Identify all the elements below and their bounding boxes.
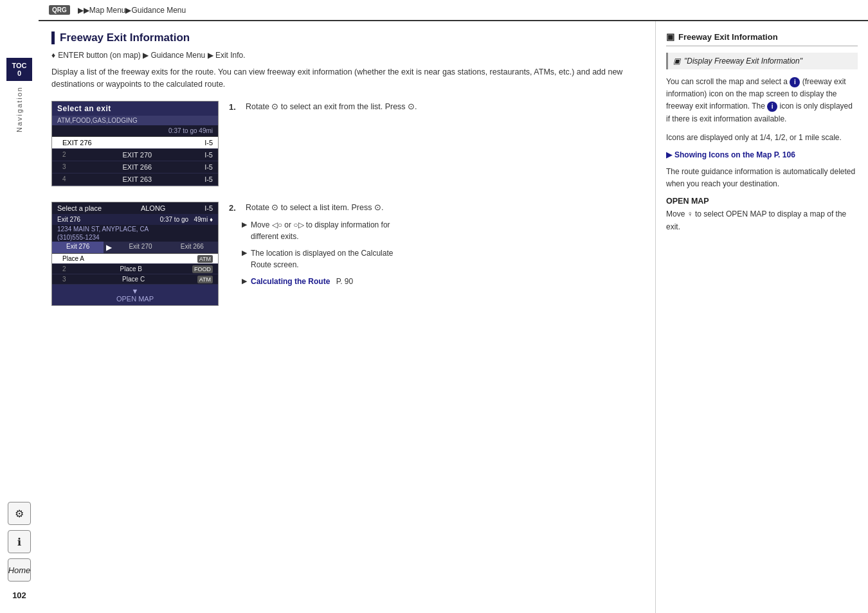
row2-exit: EXIT 270 (123, 151, 152, 159)
substep-1-text: Move ◁○ or ○▷ to display information for… (251, 219, 409, 242)
nav-label: Navigation (15, 81, 23, 138)
step-1: 1. Rotate ⊙ to select an exit from the l… (229, 101, 417, 114)
icon-info[interactable]: ℹ (8, 530, 31, 553)
place-a: Place A (62, 255, 84, 262)
right-subsection-icon: ▣ (673, 57, 680, 66)
right-para-1: You can scroll the map and select a i (f… (666, 76, 858, 125)
toc-badge: TOC 0 (6, 58, 32, 81)
substep-2-text: The location is displayed on the Calcula… (251, 247, 409, 271)
screen2-exit-row: Exit 276 0:37 to go 49mi ♦ (52, 214, 218, 225)
row4-road: I-5 (204, 175, 213, 183)
tab-arrow: ▶ (104, 242, 114, 253)
sidebar-icons: ⚙ ℹ Home 102 (8, 502, 31, 613)
icon-home[interactable]: Home (8, 558, 31, 582)
substep-3-page: P. 90 (334, 276, 353, 287)
left-column: Freeway Exit Information ♦ ENTER button … (39, 21, 656, 613)
tab-exit-276[interactable]: Exit 276 (52, 242, 104, 253)
right-section-header: ▣ Freeway Exit Information (666, 31, 858, 46)
step-2: 2. Rotate ⊙ to select a list item. Press… (229, 202, 409, 215)
screen2-header-along: ALONG (141, 204, 166, 212)
screen2-footer: ▼ OPEN MAP (52, 285, 218, 305)
section-title-text: Freeway Exit Information (60, 31, 190, 44)
tab-exit-266[interactable]: Exit 266 (167, 242, 218, 253)
row4-num: 4 (62, 175, 66, 182)
row2-num-s2: 2 (62, 265, 66, 272)
breadcrumb-bar: QRG ▶▶Map Menu▶Guidance Menu (39, 0, 868, 21)
screen1-row-2: 2 EXIT 270 I-5 (52, 149, 218, 161)
screen2-mockup: Select a place ALONG I-5 Exit 276 0:37 t… (51, 202, 219, 306)
row4-exit: EXIT 263 (123, 175, 152, 183)
right-para-2: Icons are displayed only at 1/4, 1/2, or… (666, 132, 858, 144)
screen1-header: Select an exit (52, 102, 218, 116)
right-subsection-text: "Display Freeway Exit Information" (684, 57, 802, 66)
place-a-type: ATM (197, 255, 213, 262)
left-sidebar: TOC 0 Navigation ⚙ ℹ Home 102 (0, 0, 39, 613)
step-1-block: 1. Rotate ⊙ to select an exit from the l… (229, 101, 417, 194)
info-icon-1: i (790, 77, 800, 87)
tab-exit-270[interactable]: Exit 270 (114, 242, 166, 253)
right-subsection: ▣ "Display Freeway Exit Information" (666, 53, 858, 69)
content-row-1: Select an exit ATM,FOOD,GAS,LODGING 0:37… (51, 101, 642, 194)
screen1-row-1: EXIT 276 I-5 (52, 137, 218, 149)
screen2-address: 1234 MAIN ST, ANYPLACE, CA (52, 225, 218, 233)
right-column: ▣ Freeway Exit Information ▣ "Display Fr… (656, 21, 868, 613)
screen2-row-2: 2 Place B FOOD (52, 264, 218, 274)
calculating-route-link[interactable]: Calculating the Route (251, 276, 330, 287)
step-1-text: Rotate ⊙ to select an exit from the list… (246, 101, 417, 113)
step-1-num: 1. (229, 101, 242, 114)
right-section-title: Freeway Exit Information (678, 32, 778, 42)
place-c: Place C (122, 276, 145, 283)
enter-text: ENTER button (on map) ▶ Guidance Menu ▶ … (58, 51, 245, 60)
open-map-label: OPEN MAP (666, 197, 858, 206)
substep-2: ▶ The location is displayed on the Calcu… (242, 247, 409, 271)
toc-number: 0 (12, 69, 27, 77)
screen1-mockup: Select an exit ATM,FOOD,GAS,LODGING 0:37… (51, 101, 219, 186)
substep-1: ▶ Move ◁○ or ○▷ to display information f… (242, 219, 409, 242)
showing-icons-link[interactable]: ▶ Showing Icons on the Map P. 106 (666, 150, 858, 159)
screen2-row-1: Place A ATM (52, 254, 218, 264)
screen2-row-3: 3 Place C ATM (52, 274, 218, 285)
screen1-row-3: 3 EXIT 266 I-5 (52, 161, 218, 173)
enter-icon: ♦ (51, 51, 55, 60)
section-title: Freeway Exit Information (51, 31, 642, 44)
screen2-header-road: I-5 (204, 204, 213, 212)
description-text: Display a list of the freeway exits for … (51, 66, 642, 91)
page-number: 102 (12, 591, 26, 600)
open-map-text: Move ♀ to select OPEN MAP to display a m… (666, 208, 858, 233)
screen2-time-dist: 0:37 to go 49mi ♦ (160, 216, 213, 223)
screen1-time: 0:37 to go 49mi (52, 125, 218, 137)
link-icon: ▶ (666, 150, 672, 159)
toc-label: TOC (12, 62, 27, 69)
screen2-phone: (310)555-1234 (52, 233, 218, 242)
step-2-text: Rotate ⊙ to select a list item. Press ⊙. (246, 202, 383, 214)
row3-exit: EXIT 266 (123, 163, 152, 171)
arrow-1: ▶ (242, 219, 247, 230)
content-row-2: Select a place ALONG I-5 Exit 276 0:37 t… (51, 202, 642, 314)
screen1-row-4: 4 EXIT 263 I-5 (52, 173, 218, 186)
row3-num-s2: 3 (62, 276, 66, 283)
breadcrumb-path: ▶▶Map Menu▶Guidance Menu (78, 6, 186, 15)
icon-settings[interactable]: ⚙ (8, 502, 31, 525)
substep-3: ▶ Calculating the Route P. 90 (242, 276, 409, 287)
place-b: Place B (120, 265, 142, 272)
enter-instruction: ♦ ENTER button (on map) ▶ Guidance Menu … (51, 51, 642, 60)
row1-exit: EXIT 276 (62, 139, 92, 147)
showing-icons-anchor[interactable]: Showing Icons on the Map P. 106 (674, 150, 795, 159)
screen2-exit-name: Exit 276 (57, 216, 80, 223)
place-b-type: FOOD (192, 265, 213, 272)
step-2-num: 2. (229, 202, 242, 215)
screen2-header-left: Select a place (57, 204, 102, 212)
open-map-footer: OPEN MAP (116, 295, 154, 303)
right-para-3: The route guidance information is automa… (666, 166, 858, 190)
screen1-subheader: ATM,FOOD,GAS,LODGING (52, 116, 218, 125)
row3-road: I-5 (204, 163, 213, 171)
row2-num: 2 (62, 151, 66, 158)
place-c-type: ATM (197, 276, 213, 283)
info-icon-2: i (767, 102, 777, 112)
right-icon-placeholder: ▣ (666, 31, 674, 42)
step-2-block: 2. Rotate ⊙ to select a list item. Press… (229, 202, 409, 314)
qrg-badge: QRG (49, 5, 70, 15)
arrow-3: ▶ (242, 276, 247, 287)
row2-road: I-5 (204, 151, 213, 159)
arrow-2: ▶ (242, 247, 247, 258)
